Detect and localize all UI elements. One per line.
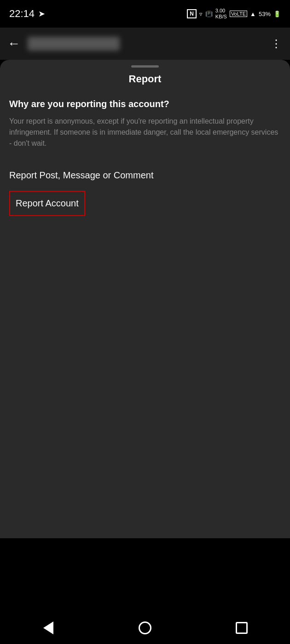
battery-icon: 🔋 bbox=[273, 11, 281, 17]
empty-content-area bbox=[0, 225, 290, 538]
bottom-nav-bar bbox=[0, 612, 290, 644]
report-account-item[interactable]: Report Account bbox=[9, 191, 85, 216]
report-bottom-sheet: Report Why are you reporting this accoun… bbox=[0, 60, 290, 225]
nav-back-button[interactable] bbox=[35, 619, 62, 637]
more-button[interactable]: ⋮ bbox=[271, 37, 283, 50]
report-description: Your report is anonymous, except if you'… bbox=[9, 116, 281, 149]
nfc-icon: N bbox=[187, 9, 197, 18]
location-icon: ➤ bbox=[38, 9, 45, 19]
nav-recent-button[interactable] bbox=[228, 619, 255, 637]
report-post-item[interactable]: Report Post, Message or Comment bbox=[9, 163, 281, 188]
recent-square-icon bbox=[236, 622, 248, 634]
back-triangle-icon bbox=[43, 621, 53, 634]
nav-title-container bbox=[20, 37, 271, 51]
report-reason-heading: Why are you reporting this account? bbox=[9, 99, 281, 109]
bluetooth-icon: ▿ bbox=[199, 11, 203, 17]
drag-handle bbox=[9, 60, 281, 73]
drag-handle-bar bbox=[131, 65, 159, 68]
sheet-title: Report bbox=[9, 73, 281, 85]
nav-title-blurred bbox=[28, 37, 120, 51]
signal-icon: ▲ bbox=[250, 11, 256, 17]
nav-home-button[interactable] bbox=[131, 619, 159, 637]
report-account-container: Report Account bbox=[9, 191, 281, 216]
time-display: 22:14 bbox=[9, 8, 35, 20]
home-circle-icon bbox=[139, 621, 151, 634]
status-time: 22:14 ➤ bbox=[9, 8, 45, 20]
lte-icon: VoLTE bbox=[230, 11, 247, 17]
status-icons: N ▿ 📳 3.00KB/S VoLTE ▲ 53% 🔋 bbox=[187, 8, 281, 20]
network-speed: 3.00KB/S bbox=[215, 8, 227, 20]
vibrate-icon: 📳 bbox=[205, 11, 213, 17]
status-bar: 22:14 ➤ N ▿ 📳 3.00KB/S VoLTE ▲ 53% 🔋 bbox=[0, 0, 290, 28]
battery-text: 53% bbox=[259, 11, 271, 17]
back-button[interactable]: ← bbox=[7, 36, 20, 51]
nav-bar: ← ⋮ bbox=[0, 28, 290, 60]
